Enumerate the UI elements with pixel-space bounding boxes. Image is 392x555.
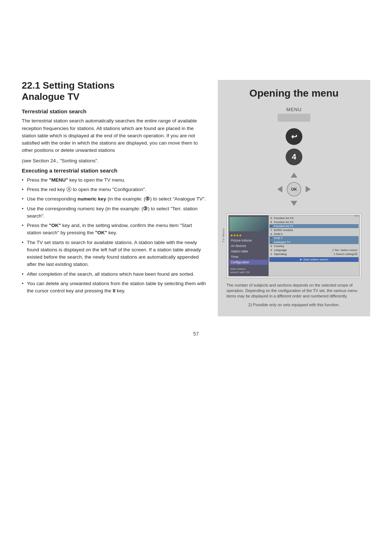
list-item: Press the red key Ⓐ to open the menu "Co… bbox=[22, 186, 207, 193]
list-item: The TV set starts to search for availabl… bbox=[22, 239, 207, 268]
tv-menu-side-label: TV-Menu bbox=[222, 228, 225, 242]
page-container: 22.1 Setting Stations Analogue TV Terres… bbox=[0, 0, 392, 555]
dpad-down-arrow bbox=[291, 201, 297, 206]
start-station-label: Start stationsearch with OK bbox=[229, 267, 268, 275]
dpad-ok-button[interactable]: OK bbox=[287, 182, 301, 197]
tv-menu-picture-volume: Picture-Volume bbox=[229, 238, 268, 243]
tv-menu-av-devices: AV devices bbox=[229, 243, 268, 248]
list-item: Use the corresponding numeric key (in th… bbox=[22, 195, 207, 203]
tv-menu-inner: ★★★★ Picture-Volume AV devices Station t… bbox=[228, 215, 360, 276]
start-search-bar: ► Start station search bbox=[269, 257, 359, 262]
tv-right-panel: F1↑ 0 Function for F3 9 Function for F2 … bbox=[269, 215, 359, 276]
section-title: 22.1 Setting Stations Analogue TV bbox=[22, 80, 207, 102]
tv-menu-timer: Timer bbox=[229, 254, 268, 259]
list-item: Press the "OK" key and, in the setting w… bbox=[22, 222, 207, 237]
dpad-left-arrow bbox=[277, 186, 282, 193]
tv-left-panel: ★★★★ Picture-Volume AV devices Station t… bbox=[229, 215, 269, 276]
main-content: 22.1 Setting Stations Analogue TV Terres… bbox=[22, 80, 370, 316]
left-column: 22.1 Setting Stations Analogue TV Terres… bbox=[22, 80, 218, 316]
tv-row-0: 0 Function for F3 bbox=[269, 216, 359, 220]
terrestrial-body: The terrestrial station search automatic… bbox=[22, 117, 207, 154]
dpad: OK bbox=[276, 171, 312, 207]
right-column: Opening the menu MENU ↩ 4 OK bbox=[218, 80, 370, 316]
tv-row-5: 5 DVB-T bbox=[269, 236, 359, 240]
bullet-list: Press the "MENU" key to open the TV menu… bbox=[22, 177, 207, 295]
fi-label: F1↑ bbox=[355, 214, 360, 218]
tv-row-7: 7 EURO sockets bbox=[269, 228, 359, 232]
tv-row-8: 8 Function for F1 bbox=[269, 224, 359, 228]
stars-row: ★★★★ bbox=[229, 233, 268, 238]
right-footer-note: The number of subjects and sections depe… bbox=[226, 283, 362, 299]
executing-title: Executing a terrestrial station search bbox=[22, 167, 207, 174]
tv-menu-screenshot: ★★★★ Picture-Volume AV devices Station t… bbox=[226, 213, 362, 278]
tv-row-4: 4 Analogue TV bbox=[269, 240, 359, 244]
tv-row-2: 2 Language 2 Terr. station search bbox=[269, 248, 359, 252]
list-item: Press the "MENU" key to open the TV menu… bbox=[22, 177, 207, 184]
tv-row-9: 9 Function for F2 bbox=[269, 220, 359, 224]
tv-menu-configuration: Configuration bbox=[229, 260, 268, 265]
list-item: You can delete any unwanted stations fro… bbox=[22, 280, 207, 295]
terrestrial-body2: (see Section 24., "Sorting stations". bbox=[22, 157, 207, 165]
menu-button-rect bbox=[278, 114, 310, 122]
list-item: After completion of the search, all stat… bbox=[22, 271, 207, 278]
tv-row-1: 1 Operating 1 Search settingsⓔ bbox=[269, 252, 359, 256]
tv-left-menu-items: Picture-Volume AV devices Station table … bbox=[229, 238, 268, 265]
page-number: 57 bbox=[22, 331, 370, 337]
tv-menu-station-table: Station table bbox=[229, 249, 268, 254]
tv-row-6: 6 DVB-C bbox=[269, 232, 359, 236]
back-arrow-icon: ↩ bbox=[286, 128, 302, 145]
opening-menu-title: Opening the menu bbox=[226, 87, 362, 100]
right-footnote: 2) Possible only on sets equipped with t… bbox=[248, 302, 340, 308]
tv-row-3: 3 Country bbox=[269, 244, 359, 248]
list-item: Use the corresponding numeric key (in th… bbox=[22, 205, 207, 220]
tv-thumbnail bbox=[229, 217, 268, 231]
remote-icons: ↩ 4 bbox=[286, 128, 302, 165]
section-title-line2: Analogue TV bbox=[22, 91, 79, 102]
section-title-line1: 22.1 Setting Stations bbox=[22, 80, 115, 91]
dpad-up-arrow bbox=[291, 173, 297, 178]
dpad-right-arrow bbox=[306, 186, 311, 193]
top-spacer bbox=[22, 22, 370, 80]
menu-label: MENU bbox=[286, 107, 302, 112]
number-4-icon: 4 bbox=[286, 149, 302, 165]
terrestrial-title: Terrestrial station search bbox=[22, 108, 207, 114]
